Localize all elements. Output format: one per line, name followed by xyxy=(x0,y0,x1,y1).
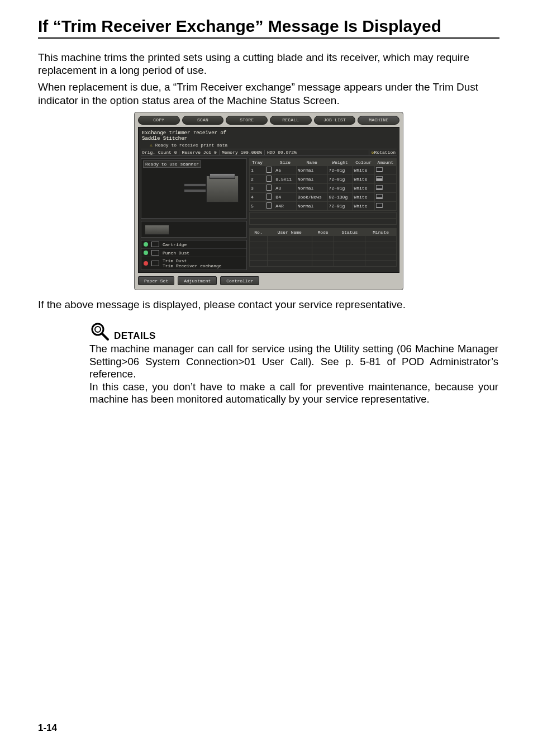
status-dot-icon xyxy=(144,261,148,266)
magnifier-icon xyxy=(89,322,110,342)
tray-table: TraySizeNameWeightColourAmount 1A5Normal… xyxy=(249,158,397,211)
tray-row: 28.5x11Normal72~91gWhite xyxy=(250,175,397,184)
status-bar: Orig. Count 0 Reserve Job 0 Memory 100.0… xyxy=(141,149,397,156)
job-col-header: Mode xyxy=(312,229,334,236)
svg-point-1 xyxy=(95,327,101,332)
status-dot-icon xyxy=(144,242,148,247)
machine-status-screenshot: COPYSCANSTORERECALLJOB LISTMACHINE Excha… xyxy=(134,112,403,291)
supply-icon xyxy=(151,250,159,256)
details-p1: The machine manager can call for service… xyxy=(89,343,498,381)
details-heading: DETAILS xyxy=(114,330,156,342)
scanner-label: Ready to use scanner xyxy=(143,160,201,168)
job-table: No.User NameModeStatusMinute xyxy=(249,228,397,267)
amount-indicator xyxy=(376,176,383,181)
supply-row: Trim DustTrim Receiver exchange xyxy=(141,257,246,270)
tray-row: 1A5Normal72~91gWhite xyxy=(250,166,397,175)
job-col-header: Minute xyxy=(365,229,397,236)
tray-col-header: Weight xyxy=(327,159,353,166)
paper-set-button[interactable]: Paper Set xyxy=(138,276,174,285)
amount-indicator xyxy=(376,185,383,190)
job-col-header: No. xyxy=(250,229,268,236)
tray-col-header: Tray xyxy=(250,159,265,166)
tray-row: 3A3Normal72~91gWhite xyxy=(250,184,397,193)
intro-p1: This machine trims the printed sets usin… xyxy=(38,51,499,78)
after-screenshot-text: If the above message is displayed, pleas… xyxy=(38,298,499,311)
supply-status-list: CartridgePunch DustTrim DustTrim Receive… xyxy=(141,240,247,270)
tab-scan[interactable]: SCAN xyxy=(182,116,224,125)
svg-line-2 xyxy=(102,334,108,339)
supply-row: Cartridge xyxy=(141,240,246,248)
tray-row: 4B4Book/News92~130gWhite xyxy=(250,193,397,202)
amount-indicator xyxy=(376,203,383,208)
controller-button[interactable]: Controller xyxy=(220,276,259,285)
orientation-icon xyxy=(266,185,272,191)
orientation-icon xyxy=(266,167,272,173)
tray-col-header: Size xyxy=(274,159,296,166)
tray-col-header xyxy=(265,159,274,166)
ready-message: ⚠ Ready to receive print data xyxy=(141,143,397,149)
tab-job-list[interactable]: JOB LIST xyxy=(314,116,356,125)
intro-p2: When replacement is due, a “Trim Receive… xyxy=(38,81,499,107)
tray-row: 5A4RNormal72~91gWhite xyxy=(250,202,397,211)
orientation-icon xyxy=(266,193,272,200)
details-p2: In this case, you don’t have to make a c… xyxy=(89,381,498,406)
tab-copy[interactable]: COPY xyxy=(138,116,180,125)
supply-row: Punch Dust xyxy=(141,248,246,257)
supply-icon xyxy=(151,242,159,247)
tab-recall[interactable]: RECALL xyxy=(270,116,312,125)
scanner-panel: Ready to use scanner xyxy=(141,158,247,219)
job-col-header: Status xyxy=(334,229,365,236)
scanner-illustration xyxy=(177,173,239,208)
orientation-icon xyxy=(266,202,272,209)
finisher-panel xyxy=(141,221,247,238)
tray-col-header: Colour xyxy=(353,159,374,166)
tray-col-header: Amount xyxy=(374,159,396,166)
adjustment-button[interactable]: Adjustment xyxy=(178,276,217,285)
amount-indicator xyxy=(376,194,383,199)
tab-machine[interactable]: MACHINE xyxy=(358,116,399,125)
job-col-header: User Name xyxy=(268,229,312,236)
supply-icon xyxy=(151,261,159,266)
tab-store[interactable]: STORE xyxy=(226,116,268,125)
tray-col-header: Name xyxy=(296,159,327,166)
exchange-message-line2: Saddle Stitcher xyxy=(141,136,397,143)
page-title: If “Trim Receiver Exchange” Message Is D… xyxy=(38,17,499,36)
orientation-icon xyxy=(266,176,272,182)
status-dot-icon xyxy=(144,251,148,255)
page-number: 1-14 xyxy=(38,722,57,734)
amount-indicator xyxy=(376,167,383,172)
